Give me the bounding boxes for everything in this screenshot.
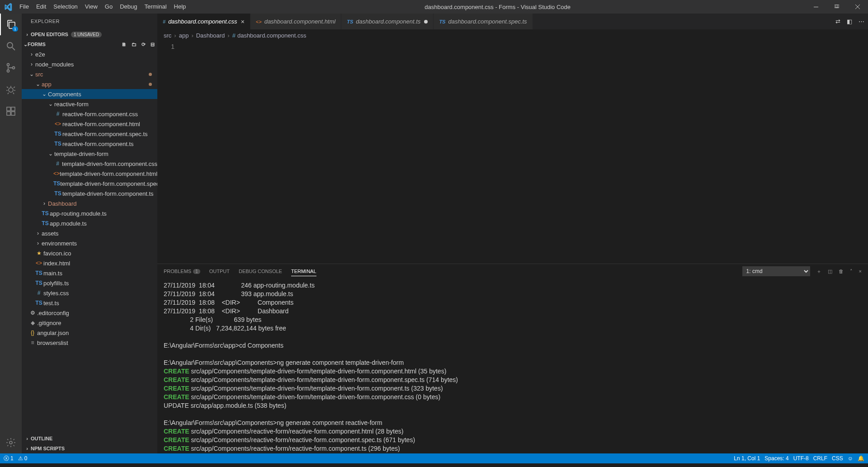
css-icon: # bbox=[34, 290, 43, 296]
breadcrumb[interactable]: src› app› Dashboard› # dashboard.compone… bbox=[157, 29, 868, 41]
file-tree[interactable]: ›e2e ›node_modules ⌄src ⌄app ⌄Components… bbox=[22, 49, 157, 434]
file-rf-ts[interactable]: TSreactive-form.component.ts bbox=[22, 139, 157, 149]
more-actions-icon[interactable]: ⋯ bbox=[859, 18, 864, 25]
close-panel-icon[interactable]: × bbox=[859, 269, 862, 274]
minimize-button[interactable] bbox=[806, 0, 826, 14]
status-encoding[interactable]: UTF-8 bbox=[793, 455, 809, 462]
menu-terminal[interactable]: Terminal bbox=[141, 0, 170, 14]
file-rf-html[interactable]: <>reactive-form.component.html bbox=[22, 119, 157, 129]
activity-search[interactable] bbox=[0, 35, 22, 57]
project-header[interactable]: ⌄FORMS 🗎 🗀 ⟳ ⊟ bbox=[22, 39, 157, 49]
status-indent[interactable]: Spaces: 4 bbox=[764, 455, 788, 462]
folder-dashboard[interactable]: ›Dashboard bbox=[22, 198, 157, 208]
refresh-icon[interactable]: ⟳ bbox=[142, 42, 146, 47]
close-button[interactable] bbox=[847, 0, 868, 14]
file-index[interactable]: <>index.html bbox=[22, 258, 157, 268]
file-styles[interactable]: #styles.css bbox=[22, 288, 157, 298]
activity-source-control[interactable] bbox=[0, 57, 22, 79]
panel-tab-debug[interactable]: DEBUG CONSOLE bbox=[239, 267, 282, 276]
ts-icon: TS bbox=[41, 220, 50, 226]
status-errors[interactable]: ⓧ1 bbox=[4, 455, 14, 462]
open-editors-header[interactable]: › OPEN EDITORS 1 UNSAVED bbox=[22, 29, 157, 39]
file-app-module[interactable]: TSapp.module.ts bbox=[22, 218, 157, 228]
file-test[interactable]: TStest.ts bbox=[22, 298, 157, 308]
status-feedback-icon[interactable]: ☺ bbox=[848, 455, 853, 462]
folder-node-modules[interactable]: ›node_modules bbox=[22, 59, 157, 69]
split-terminal-icon[interactable]: ◫ bbox=[828, 269, 832, 274]
breadcrumb-app[interactable]: app bbox=[179, 32, 189, 39]
menu-file[interactable]: File bbox=[16, 0, 33, 14]
file-tdf-spec[interactable]: TStemplate-driven-form.component.spec.ts bbox=[22, 179, 157, 189]
folder-e2e[interactable]: ›e2e bbox=[22, 49, 157, 59]
file-tdf-ts[interactable]: TStemplate-driven-form.component.ts bbox=[22, 189, 157, 198]
status-language[interactable]: CSS bbox=[832, 455, 843, 462]
code-content[interactable] bbox=[180, 41, 868, 264]
file-polyfills[interactable]: TSpolyfills.ts bbox=[22, 278, 157, 288]
tab-dashboard-css[interactable]: #dashboard.component.css× bbox=[157, 14, 250, 29]
outline-header[interactable]: ›OUTLINE bbox=[22, 434, 157, 443]
activity-extensions[interactable] bbox=[0, 100, 22, 122]
file-favicon[interactable]: ★favicon.ico bbox=[22, 248, 157, 258]
svg-point-7 bbox=[7, 64, 9, 66]
svg-point-8 bbox=[7, 70, 9, 72]
file-tdf-html[interactable]: <>template-driven-form.component.html bbox=[22, 169, 157, 179]
favicon-icon: ★ bbox=[34, 250, 43, 256]
file-editorconfig[interactable]: ⚙.editorconfig bbox=[22, 308, 157, 318]
folder-app[interactable]: ⌄app bbox=[22, 79, 157, 89]
file-gitignore[interactable]: ◆.gitignore bbox=[22, 318, 157, 328]
file-rf-spec[interactable]: TSreactive-form.component.spec.ts bbox=[22, 129, 157, 139]
compare-changes-icon[interactable]: ⇄ bbox=[835, 18, 840, 25]
folder-template-form[interactable]: ⌄template-driven-form bbox=[22, 149, 157, 159]
file-tdf-css[interactable]: #template-driven-form.component.css bbox=[22, 159, 157, 169]
folder-reactive-form[interactable]: ⌄reactive-form bbox=[22, 99, 157, 109]
folder-src[interactable]: ⌄src bbox=[22, 69, 157, 79]
breadcrumb-src[interactable]: src bbox=[164, 32, 171, 39]
file-angular-json[interactable]: {}angular.json bbox=[22, 328, 157, 338]
editor-body[interactable]: 1 bbox=[157, 41, 868, 264]
activity-explorer[interactable]: 1 bbox=[0, 14, 22, 35]
folder-components[interactable]: ⌄Components bbox=[22, 89, 157, 99]
maximize-panel-icon[interactable]: ˄ bbox=[850, 269, 853, 274]
gitignore-icon: ◆ bbox=[28, 320, 37, 326]
svg-rect-0 bbox=[814, 7, 818, 7]
breadcrumb-dashboard[interactable]: Dashboard bbox=[196, 32, 225, 39]
new-folder-icon[interactable]: 🗀 bbox=[132, 42, 137, 47]
folder-assets[interactable]: ›assets bbox=[22, 228, 157, 238]
menu-edit[interactable]: Edit bbox=[33, 0, 50, 14]
close-icon[interactable]: × bbox=[241, 18, 245, 25]
activity-debug[interactable] bbox=[0, 79, 22, 100]
svg-point-9 bbox=[13, 67, 15, 69]
status-warnings[interactable]: ⚠0 bbox=[18, 455, 28, 462]
file-browserslist[interactable]: ≡browserslist bbox=[22, 338, 157, 348]
tab-dashboard-ts[interactable]: TSdashboard.component.ts bbox=[341, 14, 434, 29]
terminal-shell-select[interactable]: 1: cmd bbox=[742, 266, 810, 276]
npm-scripts-header[interactable]: ›NPM SCRIPTS bbox=[22, 443, 157, 453]
maximize-button[interactable] bbox=[826, 0, 847, 14]
status-eol[interactable]: CRLF bbox=[813, 455, 827, 462]
menu-help[interactable]: Help bbox=[170, 0, 190, 14]
panel-tab-problems[interactable]: PROBLEMS1 bbox=[164, 267, 200, 276]
terminal-output[interactable]: 27/11/2019 18:04 246 app-routing.module.… bbox=[157, 278, 868, 453]
file-main[interactable]: TSmain.ts bbox=[22, 268, 157, 278]
kill-terminal-icon[interactable]: 🗑 bbox=[839, 269, 844, 274]
status-notifications-icon[interactable]: 🔔 bbox=[858, 455, 864, 462]
file-app-routing[interactable]: TSapp-routing.module.ts bbox=[22, 208, 157, 218]
file-rf-css[interactable]: #reactive-form.component.css bbox=[22, 109, 157, 119]
breadcrumb-file[interactable]: dashboard.component.css bbox=[237, 32, 306, 39]
menu-selection[interactable]: Selection bbox=[50, 0, 81, 14]
tab-dashboard-spec[interactable]: TSdashboard.component.spec.ts bbox=[434, 14, 533, 29]
tab-dashboard-html[interactable]: <>dashboard.component.html bbox=[250, 14, 341, 29]
activity-settings[interactable] bbox=[0, 432, 22, 453]
menu-go[interactable]: Go bbox=[101, 0, 116, 14]
panel-tab-output[interactable]: OUTPUT bbox=[209, 267, 230, 276]
new-file-icon[interactable]: 🗎 bbox=[122, 42, 127, 47]
folder-environments[interactable]: ›environments bbox=[22, 238, 157, 248]
status-cursor-pos[interactable]: Ln 1, Col 1 bbox=[734, 455, 760, 462]
split-editor-icon[interactable]: ◧ bbox=[847, 18, 852, 25]
menu-view[interactable]: View bbox=[81, 0, 101, 14]
collapse-icon[interactable]: ⊟ bbox=[151, 42, 155, 47]
panel-tab-terminal[interactable]: TERMINAL bbox=[291, 267, 316, 276]
editor-area: #dashboard.component.css× <>dashboard.co… bbox=[157, 14, 868, 453]
new-terminal-icon[interactable]: ＋ bbox=[816, 268, 821, 275]
menu-debug[interactable]: Debug bbox=[116, 0, 141, 14]
